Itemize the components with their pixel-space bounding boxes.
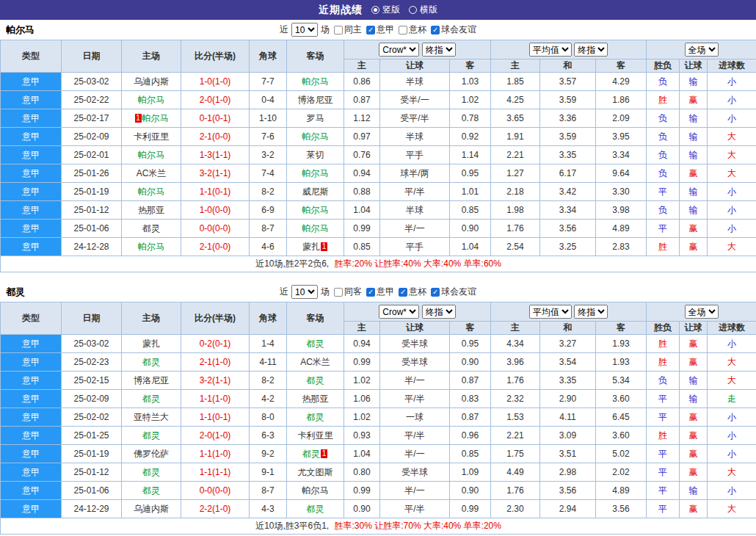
home-team-cell[interactable]: 帕尔马 <box>122 91 181 109</box>
avg-final-select[interactable]: 终指 <box>574 305 608 319</box>
away-team-cell[interactable]: 都灵 <box>287 408 344 427</box>
filter-option[interactable]: 意杯 <box>399 286 426 298</box>
result-cell: 平 <box>647 408 680 427</box>
handicap-result-cell: 输 <box>680 146 708 164</box>
away-team-cell[interactable]: 莱切 <box>287 146 344 164</box>
result-cell: 负 <box>647 146 680 164</box>
radio-selected-icon[interactable] <box>371 6 379 14</box>
odds-final-select[interactable]: 终指 <box>422 43 456 57</box>
avg-select[interactable]: 平均值 <box>529 305 572 319</box>
league-cell: 意甲 <box>1 390 62 408</box>
away-team-cell[interactable]: 都灵 <box>287 500 344 518</box>
filter-option-label: 同主 <box>344 23 362 36</box>
filters: 近 10 场 同主意甲意杯球会友谊 <box>280 23 476 37</box>
odds-company-select[interactable]: Crow* <box>379 43 419 57</box>
away-team-name: 威尼斯 <box>302 186 329 197</box>
filter-option[interactable]: 同客 <box>334 286 362 298</box>
away-team-cell[interactable]: 热那亚 <box>287 390 344 408</box>
match-count-select[interactable]: 10 <box>291 285 318 299</box>
filter-option[interactable]: 球会友谊 <box>431 286 476 298</box>
handicap-cell: 受平/半 <box>380 109 450 128</box>
away-team-cell[interactable]: AC米兰 <box>287 353 344 372</box>
home-team-cell[interactable]: 帕尔马 <box>122 146 181 164</box>
home-team-cell[interactable]: 乌迪内斯 <box>122 73 181 91</box>
odds-away-cell: 0.85 <box>450 201 491 220</box>
home-team-cell[interactable]: 佛罗伦萨 <box>122 445 181 463</box>
away-team-cell[interactable]: 博洛尼亚 <box>287 91 344 109</box>
avg-final-select[interactable]: 终指 <box>574 43 608 57</box>
filter-option[interactable]: 意杯 <box>399 23 426 36</box>
home-team-cell[interactable]: 都灵 <box>122 463 181 482</box>
avg-select[interactable]: 平均值 <box>529 43 572 57</box>
odds-company-select[interactable]: Crow* <box>379 305 419 319</box>
score-cell: 0-1(0-1) <box>181 109 250 128</box>
away-team-cell[interactable]: 罗马 <box>287 109 344 128</box>
filter-option[interactable]: 意甲 <box>366 23 394 36</box>
checkbox-unchecked-icon[interactable] <box>399 26 407 35</box>
home-team-cell[interactable]: 1帕尔马 <box>122 109 181 128</box>
red-card-badge: 1 <box>321 449 327 458</box>
avg-draw-cell: 3.56 <box>540 220 596 238</box>
home-team-cell[interactable]: AC米兰 <box>122 164 181 183</box>
odds-away-cell: 0.87 <box>450 408 491 427</box>
home-team-cell[interactable]: 都灵 <box>122 482 181 500</box>
checkbox-checked-icon[interactable] <box>399 288 407 297</box>
home-team-cell[interactable]: 都灵 <box>122 427 181 445</box>
away-team-cell[interactable]: 帕尔马 <box>287 73 344 91</box>
avg-draw-cell: 3.59 <box>540 128 596 146</box>
away-team-cell[interactable]: 都灵1 <box>287 445 344 463</box>
home-team-cell[interactable]: 博洛尼亚 <box>122 372 181 390</box>
handicap-cell: 半球 <box>380 73 450 91</box>
home-team-cell[interactable]: 都灵 <box>122 220 181 238</box>
away-team-cell[interactable]: 都灵 <box>287 372 344 390</box>
odds-away-cell: 1.02 <box>450 91 491 109</box>
checkbox-unchecked-icon[interactable] <box>334 26 343 35</box>
radio-unselected-icon[interactable] <box>409 6 417 14</box>
col-type: 类型 <box>1 40 62 73</box>
handicap-cell: 受半球 <box>380 463 450 482</box>
away-team-name: 莱切 <box>307 150 324 160</box>
corner-cell: 6-3 <box>250 427 287 445</box>
match-count-select[interactable]: 10 <box>291 23 318 37</box>
away-team-cell[interactable]: 帕尔马 <box>287 164 344 183</box>
away-team-cell[interactable]: 威尼斯 <box>287 183 344 201</box>
home-team-cell[interactable]: 帕尔马 <box>122 183 181 201</box>
away-team-cell[interactable]: 尤文图斯 <box>287 463 344 482</box>
home-team-cell[interactable]: 乌迪内斯 <box>122 500 181 518</box>
away-team-cell[interactable]: 帕尔马 <box>287 482 344 500</box>
checkbox-checked-icon[interactable] <box>366 288 375 297</box>
fulltime-select[interactable]: 全场 <box>685 43 719 57</box>
home-team-cell[interactable]: 卡利亚里 <box>122 128 181 146</box>
filters: 近 10 场 同客意甲意杯球会友谊 <box>280 285 476 299</box>
home-team-cell[interactable]: 都灵 <box>122 390 181 408</box>
checkbox-unchecked-icon[interactable] <box>334 288 343 297</box>
away-team-cell[interactable]: 帕尔马 <box>287 128 344 146</box>
match-row: 意甲24-12-28帕尔马2-1(0-0)4-6蒙扎10.85平手1.042.5… <box>1 238 756 256</box>
away-team-cell[interactable]: 都灵 <box>287 335 344 353</box>
checkbox-checked-icon[interactable] <box>431 26 440 35</box>
radio-horizontal-layout[interactable]: 横版 <box>409 4 437 16</box>
filter-option[interactable]: 意甲 <box>366 286 394 298</box>
handicap-result-cell: 输 <box>680 109 708 128</box>
away-team-cell[interactable]: 帕尔马 <box>287 201 344 220</box>
avg-away-cell: 3.60 <box>596 390 647 408</box>
home-team-cell[interactable]: 帕尔马 <box>122 238 181 256</box>
radio-vertical-layout[interactable]: 竖版 <box>371 4 400 16</box>
col-corner: 角球 <box>250 303 287 335</box>
checkbox-checked-icon[interactable] <box>431 288 440 297</box>
fulltime-select[interactable]: 全场 <box>685 305 719 319</box>
away-team-cell[interactable]: 帕尔马 <box>287 220 344 238</box>
filter-option[interactable]: 同主 <box>334 23 362 36</box>
away-team-cell[interactable]: 蒙扎1 <box>287 238 344 256</box>
home-team-cell[interactable]: 都灵 <box>122 353 181 372</box>
home-team-cell[interactable]: 蒙扎 <box>122 335 181 353</box>
sub-col-avg-away: 客 <box>596 322 647 335</box>
away-team-cell[interactable]: 卡利亚里 <box>287 427 344 445</box>
away-team-name: 帕尔马 <box>302 485 329 496</box>
home-team-cell[interactable]: 热那亚 <box>122 201 181 220</box>
odds-final-select[interactable]: 终指 <box>422 305 456 319</box>
avg-draw-cell: 3.56 <box>540 482 596 500</box>
checkbox-checked-icon[interactable] <box>366 26 375 35</box>
filter-option[interactable]: 球会友谊 <box>431 23 476 36</box>
home-team-cell[interactable]: 亚特兰大 <box>122 408 181 427</box>
